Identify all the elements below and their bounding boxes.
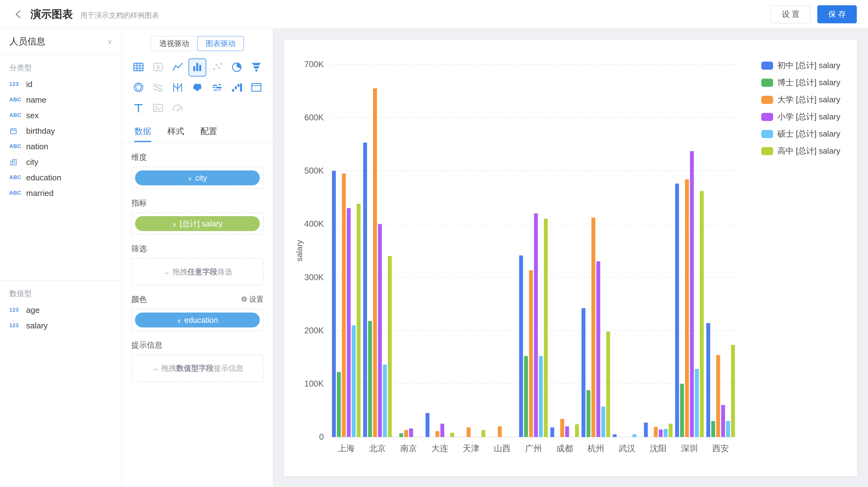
dataset-selector[interactable]: 人员信息 ∨ — [0, 29, 122, 55]
color-dropzone[interactable]: education — [131, 309, 264, 331]
chart-type-parallel-chart[interactable] — [169, 79, 187, 97]
bar[interactable] — [659, 429, 662, 437]
chart-type-waterfall-chart[interactable] — [228, 79, 245, 97]
bar[interactable] — [373, 88, 377, 437]
chart-type-radar-chart[interactable] — [129, 79, 147, 97]
bar[interactable] — [467, 427, 470, 437]
bar[interactable] — [663, 429, 667, 437]
bar[interactable] — [363, 143, 367, 437]
filter-dropzone[interactable]: 拖拽 任意字段 筛选 — [131, 258, 264, 286]
bar[interactable] — [582, 308, 585, 437]
chart-type-scatter-chart[interactable] — [208, 59, 226, 76]
field-salary[interactable]: 123salary — [0, 318, 122, 333]
bar[interactable] — [690, 151, 694, 437]
bar[interactable] — [596, 261, 600, 437]
bar[interactable] — [613, 434, 617, 437]
bar[interactable] — [644, 423, 648, 437]
chart-type-gauge-chart[interactable] — [169, 99, 187, 118]
chart-type-funnel-chart[interactable] — [248, 59, 266, 76]
bar[interactable] — [721, 405, 725, 437]
bar[interactable] — [426, 413, 429, 437]
chart-type-pie-chart[interactable] — [228, 59, 245, 76]
bar[interactable] — [731, 345, 735, 437]
bar[interactable] — [539, 356, 542, 437]
legend-item[interactable]: 初中 [总计] salary — [761, 60, 840, 71]
bar[interactable] — [601, 407, 605, 437]
settings-button[interactable]: 设 置 — [771, 5, 810, 23]
bar[interactable] — [450, 432, 454, 437]
metric-dropzone[interactable]: [总计] salary — [131, 213, 264, 235]
chart-type-line-chart[interactable] — [169, 59, 187, 76]
bar[interactable] — [368, 321, 372, 437]
bar[interactable] — [388, 256, 392, 437]
legend-item[interactable]: 硕士 [总计] salary — [761, 128, 840, 139]
metric-pill-salary[interactable]: [总计] salary — [135, 216, 260, 231]
bar[interactable] — [332, 171, 336, 437]
dimension-pill-city[interactable]: city — [135, 170, 260, 185]
field-married[interactable]: ABCmarried — [0, 185, 122, 201]
legend-item[interactable]: 小学 [总计] salary — [761, 111, 840, 122]
field-age[interactable]: 123age — [0, 302, 122, 318]
bar[interactable] — [654, 427, 658, 437]
legend-item[interactable]: 大学 [总计] salary — [761, 94, 840, 105]
field-city[interactable]: city — [0, 154, 122, 170]
color-pill-education[interactable]: education — [135, 313, 260, 327]
bar[interactable] — [356, 204, 360, 437]
chart-type-text-chart[interactable] — [129, 99, 147, 118]
chart-type-number-card-chart[interactable]: 8 — [149, 59, 167, 76]
bar[interactable] — [669, 424, 672, 437]
bar[interactable] — [544, 219, 548, 437]
bar[interactable] — [342, 173, 346, 437]
legend-item[interactable]: 博士 [总计] salary — [761, 77, 840, 88]
field-nation[interactable]: ABCnation — [0, 139, 122, 154]
bar[interactable] — [436, 431, 439, 437]
panel-tab-data[interactable]: 数据 — [126, 121, 159, 142]
bar[interactable] — [482, 430, 485, 437]
bar[interactable] — [383, 364, 387, 437]
bar[interactable] — [352, 325, 355, 437]
bar[interactable] — [404, 430, 408, 437]
chart-type-image-chart[interactable] — [149, 99, 167, 118]
chart-type-bar-chart[interactable] — [189, 59, 206, 76]
dimension-dropzone[interactable]: city — [131, 167, 264, 189]
bar[interactable] — [378, 224, 382, 437]
field-education[interactable]: ABCeducation — [0, 170, 122, 185]
bar[interactable] — [575, 424, 579, 437]
save-button[interactable]: 保 存 — [817, 5, 857, 23]
panel-tab-style[interactable]: 样式 — [159, 121, 192, 142]
bar[interactable] — [440, 424, 444, 437]
bar[interactable] — [726, 421, 730, 437]
bar[interactable] — [534, 213, 537, 437]
bar[interactable] — [716, 355, 720, 437]
bar[interactable] — [550, 427, 554, 437]
tooltip-dropzone[interactable]: 拖拽 数值型字段 提示信息 — [131, 355, 264, 382]
field-birthday[interactable]: birthday — [0, 123, 122, 139]
chart-type-sankey-chart[interactable] — [149, 79, 167, 97]
bar[interactable] — [524, 356, 528, 437]
back-button[interactable] — [11, 7, 26, 22]
bar[interactable] — [685, 180, 689, 437]
bar[interactable] — [399, 433, 403, 437]
bar[interactable] — [409, 428, 413, 437]
chart-type-iframe-chart[interactable] — [248, 79, 266, 97]
chart-type-table-chart[interactable] — [129, 59, 147, 76]
bar[interactable] — [586, 390, 590, 437]
bar[interactable] — [700, 191, 704, 437]
bar[interactable] — [680, 384, 684, 437]
bar[interactable] — [565, 426, 569, 437]
chart-type-wordcloud-chart[interactable] — [208, 79, 226, 97]
bar[interactable] — [519, 255, 523, 437]
legend-item[interactable]: 高中 [总计] salary — [761, 145, 840, 156]
bar[interactable] — [591, 218, 595, 437]
bar[interactable] — [498, 426, 501, 437]
bar[interactable] — [675, 184, 679, 437]
field-id[interactable]: 123id — [0, 76, 122, 92]
panel-tab-config[interactable]: 配置 — [192, 121, 225, 142]
color-settings-link[interactable]: 设置 — [241, 294, 264, 304]
mode-tab-chart[interactable]: 图表驱动 — [197, 36, 244, 51]
bar[interactable] — [560, 419, 564, 437]
bar[interactable] — [695, 369, 699, 437]
bar[interactable] — [347, 208, 351, 437]
bar[interactable] — [706, 323, 710, 437]
chart-type-map-chart[interactable] — [189, 79, 206, 97]
